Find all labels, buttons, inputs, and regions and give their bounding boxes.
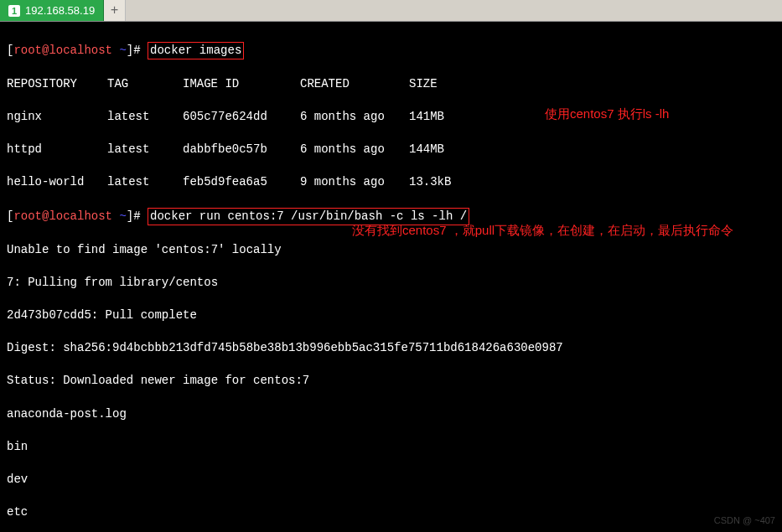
tab-add-button[interactable]: +: [104, 0, 126, 21]
table-row: hello-worldlatestfeb5d9fea6a59 months ag…: [7, 174, 775, 191]
th-image-id: IMAGE ID: [183, 76, 300, 93]
ls-output: anaconda-post.log: [7, 406, 775, 423]
td-size: 144MB: [409, 142, 476, 158]
ls-output: bin: [7, 439, 775, 456]
output-line: 2d473b07cdd5: Pull complete: [7, 307, 775, 324]
td-repo: nginx: [7, 109, 107, 126]
td-size: 141MB: [409, 109, 476, 126]
tab-bar: 1 192.168.58.19 +: [0, 0, 782, 22]
th-tag: TAG: [107, 76, 183, 93]
td-tag: latest: [107, 109, 183, 126]
output-line: 7: Pulling from library/centos: [7, 275, 775, 292]
prompt-user-host: root@localhost: [13, 209, 112, 223]
td-imgid: feb5d9fea6a5: [183, 174, 300, 191]
td-size: 13.3kB: [409, 174, 476, 191]
tab-active[interactable]: 1 192.168.58.19: [0, 0, 104, 21]
table-header: REPOSITORYTAGIMAGE IDCREATEDSIZE: [7, 76, 775, 93]
output-line: Digest: sha256:9d4bcbbb213dfd745b58be38b…: [7, 340, 775, 357]
command-1-highlight: docker images: [148, 42, 244, 60]
prompt-cwd: ~: [119, 209, 126, 223]
th-repository: REPOSITORY: [7, 76, 107, 93]
prompt-cwd: ~: [119, 44, 126, 57]
output-line: Status: Downloaded newer image for cento…: [7, 373, 775, 390]
prompt-user-host: root@localhost: [13, 44, 112, 57]
ls-output: dev: [7, 472, 775, 488]
annotation-label-1: 使用centos7 执行ls -lh: [545, 105, 669, 122]
td-tag: latest: [107, 142, 183, 158]
prompt-line-1: [root@localhost ~]# docker images: [7, 42, 775, 60]
th-size: SIZE: [409, 76, 476, 93]
td-created: 6 months ago: [300, 142, 409, 158]
tab-index-badge: 1: [8, 5, 20, 17]
table-row: httpdlatestdabbfbe0c57b6 months ago144MB: [7, 142, 775, 158]
td-created: 6 months ago: [300, 109, 409, 126]
prompt-symbol: #: [133, 209, 140, 223]
td-repo: httpd: [7, 142, 107, 158]
tab-title: 192.168.58.19: [25, 4, 95, 17]
td-tag: latest: [107, 174, 183, 191]
watermark-text: CSDN @ ~407: [714, 515, 775, 525]
prompt-symbol: #: [133, 44, 140, 57]
ls-output: etc: [7, 504, 775, 521]
td-imgid: 605c77e624dd: [183, 109, 300, 126]
td-imgid: dabbfbe0c57b: [183, 142, 300, 158]
td-created: 9 months ago: [300, 174, 409, 191]
th-created: CREATED: [300, 76, 409, 93]
output-line: Unable to find image 'centos:7' locally: [7, 242, 775, 259]
terminal-output[interactable]: [root@localhost ~]# docker images REPOSI…: [0, 22, 782, 532]
annotation-label-2: 没有找到centos7 ，就pull下载镜像，在创建，在启动，最后执行命令: [352, 219, 754, 241]
td-repo: hello-world: [7, 174, 107, 191]
